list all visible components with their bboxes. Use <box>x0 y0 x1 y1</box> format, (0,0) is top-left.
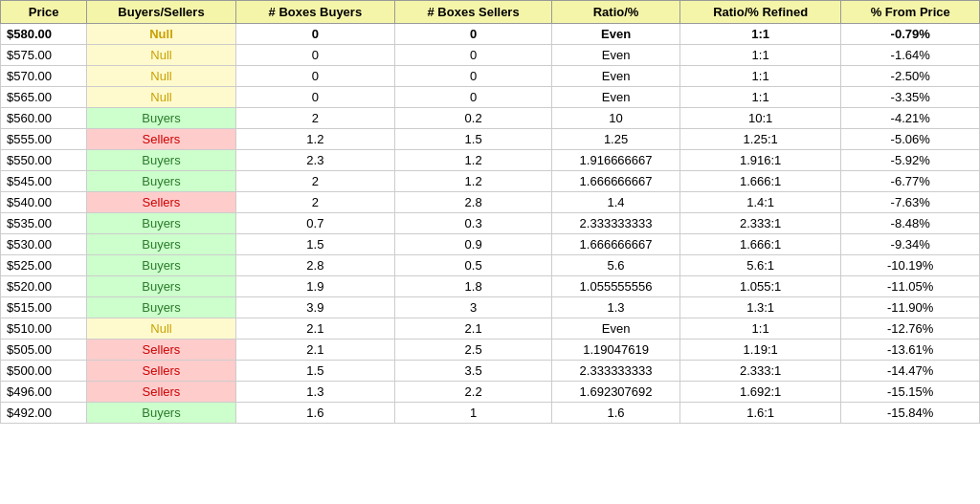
ratio-refined-cell: 1.25:1 <box>679 129 840 150</box>
boxes-sellers-cell: 0 <box>395 45 552 66</box>
ratio-cell: 1.6 <box>552 403 680 424</box>
price-cell: $575.00 <box>1 45 87 66</box>
col-header-from-price: % From Price <box>841 1 980 24</box>
table-row: $510.00Null2.12.1Even1:1-12.76% <box>1 318 980 340</box>
buyers-sellers-cell: Null <box>87 66 235 87</box>
price-cell: $500.00 <box>1 361 87 382</box>
boxes-sellers-cell: 0 <box>395 87 552 108</box>
boxes-buyers-cell: 1.2 <box>235 129 394 150</box>
ratio-cell: 1.19047619 <box>552 340 680 361</box>
col-header-ratio: Ratio/% <box>552 1 680 24</box>
from-price-cell: -15.84% <box>841 403 980 424</box>
ratio-refined-cell: 1.3:1 <box>679 297 840 318</box>
buyers-sellers-cell: Buyers <box>87 403 235 424</box>
from-price-cell: -12.76% <box>841 318 980 340</box>
buyers-sellers-cell: Buyers <box>87 276 235 297</box>
table-row: $515.00Buyers3.931.31.3:1-11.90% <box>1 297 980 318</box>
buyers-sellers-cell: Buyers <box>87 234 235 255</box>
table-body: $580.00Null00Even1:1-0.79%$575.00Null00E… <box>1 24 980 424</box>
boxes-buyers-cell: 0 <box>235 66 394 87</box>
ratio-cell: 1.666666667 <box>552 171 680 192</box>
price-cell: $540.00 <box>1 192 87 213</box>
ratio-cell: Even <box>552 45 680 66</box>
from-price-cell: -2.50% <box>841 66 980 87</box>
boxes-sellers-cell: 1.5 <box>395 129 552 150</box>
ratio-refined-cell: 1.4:1 <box>679 192 840 213</box>
buyers-sellers-cell: Sellers <box>87 382 235 403</box>
from-price-cell: -5.06% <box>841 129 980 150</box>
ratio-refined-cell: 1:1 <box>679 318 840 340</box>
buyers-sellers-cell: Null <box>87 87 235 108</box>
boxes-sellers-cell: 0.5 <box>395 255 552 276</box>
price-cell: $565.00 <box>1 87 87 108</box>
boxes-buyers-cell: 0 <box>235 24 394 45</box>
boxes-sellers-cell: 0 <box>395 66 552 87</box>
table-row: $535.00Buyers0.70.32.3333333332.333:1-8.… <box>1 213 980 234</box>
table-row: $492.00Buyers1.611.61.6:1-15.84% <box>1 403 980 424</box>
table-row: $545.00Buyers21.21.6666666671.666:1-6.77… <box>1 171 980 192</box>
ratio-refined-cell: 1:1 <box>679 87 840 108</box>
table-row: $505.00Sellers2.12.51.190476191.19:1-13.… <box>1 340 980 361</box>
ratio-refined-cell: 2.333:1 <box>679 213 840 234</box>
buyers-sellers-cell: Buyers <box>87 297 235 318</box>
from-price-cell: -11.05% <box>841 276 980 297</box>
boxes-buyers-cell: 2.1 <box>235 340 394 361</box>
from-price-cell: -4.21% <box>841 108 980 129</box>
buyers-sellers-cell: Buyers <box>87 171 235 192</box>
buyers-sellers-cell: Sellers <box>87 129 235 150</box>
ratio-cell: 1.666666667 <box>552 234 680 255</box>
ratio-cell: 1.25 <box>552 129 680 150</box>
table-row: $496.00Sellers1.32.21.6923076921.692:1-1… <box>1 382 980 403</box>
boxes-sellers-cell: 2.2 <box>395 382 552 403</box>
price-cell: $570.00 <box>1 66 87 87</box>
from-price-cell: -14.47% <box>841 361 980 382</box>
table-row: $580.00Null00Even1:1-0.79% <box>1 24 980 45</box>
boxes-buyers-cell: 3.9 <box>235 297 394 318</box>
boxes-buyers-cell: 1.9 <box>235 276 394 297</box>
from-price-cell: -6.77% <box>841 171 980 192</box>
buyers-sellers-cell: Buyers <box>87 255 235 276</box>
ratio-refined-cell: 2.333:1 <box>679 361 840 382</box>
ratio-refined-cell: 10:1 <box>679 108 840 129</box>
price-cell: $520.00 <box>1 276 87 297</box>
boxes-sellers-cell: 1 <box>395 403 552 424</box>
buyers-sellers-cell: Buyers <box>87 213 235 234</box>
table-row: $555.00Sellers1.21.51.251.25:1-5.06% <box>1 129 980 150</box>
boxes-sellers-cell: 2.1 <box>395 318 552 340</box>
col-header-ratio-refined: Ratio/% Refined <box>679 1 840 24</box>
table-row: $565.00Null00Even1:1-3.35% <box>1 87 980 108</box>
boxes-buyers-cell: 1.3 <box>235 382 394 403</box>
ratio-refined-cell: 1.666:1 <box>679 234 840 255</box>
buyers-sellers-cell: Null <box>87 45 235 66</box>
buyers-sellers-cell: Buyers <box>87 150 235 171</box>
price-cell: $555.00 <box>1 129 87 150</box>
price-table: Price Buyers/Sellers # Boxes Buyers # Bo… <box>0 0 980 424</box>
buyers-sellers-cell: Sellers <box>87 361 235 382</box>
price-cell: $496.00 <box>1 382 87 403</box>
price-cell: $492.00 <box>1 403 87 424</box>
ratio-cell: Even <box>552 318 680 340</box>
from-price-cell: -9.34% <box>841 234 980 255</box>
table-row: $570.00Null00Even1:1-2.50% <box>1 66 980 87</box>
ratio-cell: 1.692307692 <box>552 382 680 403</box>
table-row: $500.00Sellers1.53.52.3333333332.333:1-1… <box>1 361 980 382</box>
price-cell: $545.00 <box>1 171 87 192</box>
price-cell: $560.00 <box>1 108 87 129</box>
boxes-buyers-cell: 1.6 <box>235 403 394 424</box>
price-cell: $530.00 <box>1 234 87 255</box>
boxes-sellers-cell: 2.5 <box>395 340 552 361</box>
from-price-cell: -15.15% <box>841 382 980 403</box>
ratio-cell: Even <box>552 66 680 87</box>
boxes-buyers-cell: 2 <box>235 108 394 129</box>
ratio-refined-cell: 1:1 <box>679 66 840 87</box>
from-price-cell: -13.61% <box>841 340 980 361</box>
boxes-sellers-cell: 3 <box>395 297 552 318</box>
ratio-cell: 1.055555556 <box>552 276 680 297</box>
col-header-buyers-sellers: Buyers/Sellers <box>87 1 235 24</box>
boxes-buyers-cell: 1.5 <box>235 234 394 255</box>
buyers-sellers-cell: Null <box>87 318 235 340</box>
ratio-refined-cell: 5.6:1 <box>679 255 840 276</box>
table-row: $520.00Buyers1.91.81.0555555561.055:1-11… <box>1 276 980 297</box>
boxes-sellers-cell: 0.2 <box>395 108 552 129</box>
from-price-cell: -8.48% <box>841 213 980 234</box>
